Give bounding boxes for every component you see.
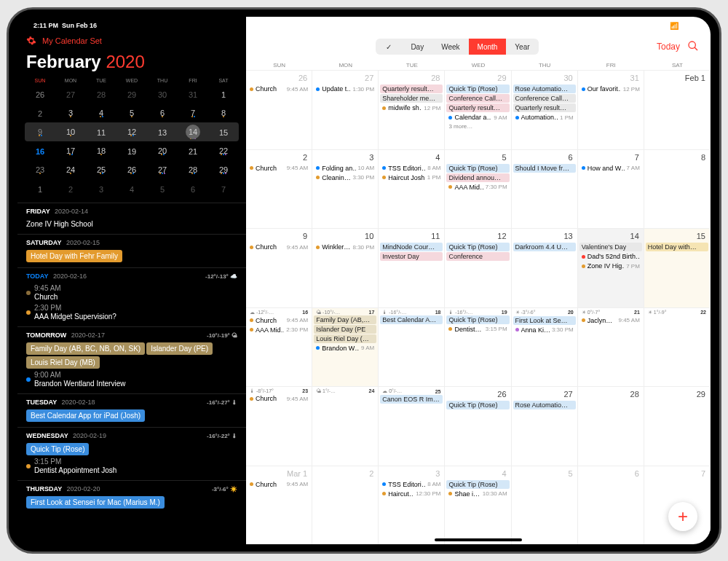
month-cell[interactable]: 2 [312, 466, 379, 545]
month-event[interactable]: Automation…1 PM [513, 113, 576, 122]
month-event[interactable]: TSS Editori…8 AM [380, 480, 443, 489]
mini-cal-day[interactable]: 27 [147, 165, 178, 174]
month-cell[interactable]: 🌡 -16°/-…18Best Calendar A… [379, 307, 445, 387]
seg-day[interactable]: Day [402, 39, 432, 55]
month-event[interactable]: Quick Tip (Rose) [446, 85, 509, 93]
agenda-event[interactable]: Islander Day (PE) [146, 342, 213, 355]
mini-cal-day[interactable]: 4 [86, 109, 116, 117]
agenda-list[interactable]: FRIDAY 2020-02-14Zone IV High SchoolSATU… [17, 203, 246, 544]
mini-cal-day[interactable]: 24 [55, 165, 86, 174]
agenda-event[interactable]: 3:15 PMDentist Appointment Josh [26, 456, 237, 476]
month-event[interactable]: Cleanin…3:30 PM [314, 173, 376, 182]
month-event[interactable]: Dad's 52nd Birth… [579, 252, 642, 261]
month-cell[interactable]: Feb 1 [644, 70, 711, 149]
month-event[interactable]: Islander Day (PE [314, 325, 376, 334]
month-event[interactable]: Family Day (AB,… [314, 315, 376, 324]
month-event[interactable]: Church9:45 AM [248, 480, 310, 489]
month-cell[interactable]: 14Valentine's DayDad's 52nd Birth…Zone I… [578, 228, 644, 307]
search-icon[interactable] [687, 40, 699, 54]
month-event[interactable]: Calendar a…9 AM [446, 113, 509, 122]
agenda-event[interactable]: Louis Riel Day (MB) [26, 356, 100, 369]
month-event[interactable]: Quick Tip (Rose) [446, 401, 509, 409]
month-event[interactable]: First Look at Se… [513, 316, 576, 325]
add-event-button[interactable]: + [668, 502, 697, 531]
month-event[interactable]: MindNode Cour… [380, 243, 443, 251]
month-event[interactable]: Hotel Day with… [646, 243, 708, 251]
month-event[interactable]: Haircut…12:30 PM [380, 490, 443, 498]
agenda-event[interactable]: 9:00 AMBrandon Wentland Interview [26, 369, 237, 389]
mini-cal-day[interactable]: 26 [116, 165, 147, 174]
month-cell[interactable]: 26Church9:45 AM [246, 70, 312, 149]
mini-cal-day[interactable]: 15 [208, 128, 239, 136]
seg-week[interactable]: Week [432, 39, 468, 55]
seg-check[interactable]: ✓ [376, 39, 402, 55]
mini-cal-day[interactable]: 3 [55, 109, 86, 117]
month-event[interactable]: Conference [446, 252, 509, 261]
mini-cal-day[interactable]: 5 [147, 185, 178, 192]
seg-month[interactable]: Month [469, 39, 507, 55]
mini-cal-day[interactable]: 3 [86, 185, 116, 192]
mini-cal-day[interactable]: 8 [208, 109, 239, 117]
month-event[interactable]: Brandon W…9 AM [314, 344, 376, 353]
mini-calendar[interactable]: SUNMONTUEWEDTHUFRISAT 262728293031123456… [17, 76, 246, 203]
month-event[interactable]: Folding an…10 AM [314, 164, 376, 173]
mini-cal-day[interactable]: 14 [178, 125, 208, 139]
month-event[interactable]: Zone IV Hig…7 PM [579, 262, 642, 270]
month-cell[interactable]: ☀ 1°/-9°22 [644, 307, 711, 387]
month-event[interactable]: How and W…7 AM [579, 164, 642, 173]
month-event[interactable]: TSS Editori…8 AM [380, 164, 443, 173]
month-event[interactable]: Should I Move fr… [513, 164, 576, 173]
mini-cal-day[interactable]: 19 [116, 147, 147, 154]
month-event[interactable]: Conference Call… [446, 94, 509, 103]
mini-cal-day[interactable]: 11 [86, 128, 116, 136]
month-cell[interactable]: Mar 1Church9:45 AM [246, 466, 312, 545]
mini-cal-day[interactable]: 10 [55, 128, 86, 136]
month-event[interactable]: Valentine's Day [579, 243, 642, 251]
month-cell[interactable]: 28Quarterly result…Shareholder me…midwif… [379, 70, 445, 149]
month-cell[interactable]: 6Should I Move fr… [512, 149, 578, 229]
mini-cal-day[interactable]: 16 [25, 147, 55, 154]
month-event[interactable]: Church9:45 AM [248, 164, 310, 173]
month-event[interactable]: Louis Riel Day (… [314, 334, 376, 343]
mini-cal-day[interactable]: 1 [208, 90, 239, 98]
month-cell[interactable]: 5Quick Tip (Rose)Dividend annou…AAA Mid…… [445, 149, 511, 229]
month-cell[interactable]: ☁ -12°/-…16Church9:45 AMAAA Mid…2:30 PM [246, 307, 312, 387]
month-event[interactable]: AAA Mid…7:30 PM [446, 183, 509, 192]
month-event[interactable]: Church9:45 AM [248, 243, 310, 251]
agenda-event[interactable]: Hotel Day with Fehr Family [26, 250, 122, 262]
view-segmented-control[interactable]: ✓ Day Week Month Year [376, 39, 538, 55]
month-event[interactable]: Quick Tip (Rose) [446, 243, 509, 251]
mini-cal-day[interactable]: 6 [178, 185, 208, 192]
agenda-event[interactable]: Quick Tip (Rose) [26, 443, 89, 455]
month-cell[interactable]: ☀ -3°/-6°20First Look at Se…Anna Ki…3:30… [512, 307, 578, 387]
month-cell[interactable]: 4TSS Editori…8 AMHaircut Josh1 PM [379, 149, 445, 229]
agenda-event[interactable]: Family Day (AB, BC, NB, ON, SK) [26, 342, 145, 355]
month-event[interactable]: Quarterly result… [380, 85, 443, 93]
month-cell[interactable]: 12Quick Tip (Rose)Conference [445, 228, 511, 307]
month-event[interactable]: midwife sh…12 PM [380, 103, 443, 112]
mini-cal-day[interactable]: 20 [147, 146, 178, 155]
month-event[interactable]: Our favorit…12 PM [579, 85, 642, 93]
month-event[interactable]: Shae i…10:30 AM [446, 490, 509, 498]
mini-cal-day[interactable]: 29 [116, 90, 147, 98]
mini-cal-day[interactable]: 7 [208, 185, 239, 192]
today-button[interactable]: Today [657, 42, 680, 52]
mini-cal-day[interactable]: 30 [147, 90, 178, 98]
month-cell[interactable]: 9Church9:45 AM [246, 228, 312, 307]
month-event[interactable]: Rose Automatio… [513, 85, 576, 93]
month-cell[interactable]: 30Rose Automatio…Conference Call…Quarter… [512, 70, 578, 149]
mini-cal-day[interactable]: 28 [86, 90, 116, 98]
mini-cal-day[interactable]: 5 [116, 109, 147, 117]
month-cell[interactable]: 6 [578, 466, 644, 545]
agenda-event[interactable]: Zone IV High School [26, 218, 237, 230]
month-event[interactable]: Church9:45 AM [248, 394, 310, 403]
month-event[interactable]: Dividend annou… [446, 173, 509, 182]
month-event[interactable]: Jaclyn…9:45 AM [579, 316, 642, 325]
month-cell[interactable]: 4Quick Tip (Rose)Shae i…10:30 AM [445, 466, 511, 545]
month-cell[interactable]: 28 [578, 386, 644, 466]
month-cell[interactable]: 🌡 -16°/-…19Quick Tip (Rose)Dentist…3:15 … [445, 307, 511, 387]
month-event[interactable]: Quick Tip (Rose) [446, 480, 509, 489]
month-cell[interactable]: 31Our favorit…12 PM [578, 70, 644, 149]
mini-cal-day[interactable]: 18 [86, 146, 116, 155]
month-event[interactable]: Quarterly result… [446, 103, 509, 112]
